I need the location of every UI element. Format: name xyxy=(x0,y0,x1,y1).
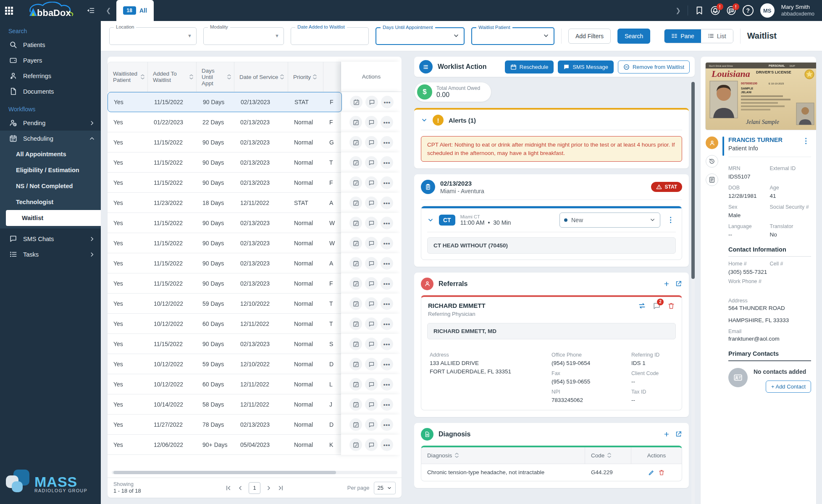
table-row[interactable]: Yes 10/12/2022 60 Days 12/11/2022 Normal… xyxy=(108,374,402,394)
last-page-button[interactable] xyxy=(277,485,284,491)
more-actions-button[interactable]: ••• xyxy=(381,398,393,411)
sort-icon[interactable] xyxy=(227,74,231,80)
edit-appointment-button[interactable] xyxy=(349,116,362,129)
more-actions-button[interactable]: ••• xyxy=(381,96,394,108)
first-page-button[interactable] xyxy=(225,485,232,491)
swap-referrer-button[interactable] xyxy=(638,302,646,310)
edit-appointment-button[interactable] xyxy=(349,418,362,431)
sidebar-collapse-icon[interactable] xyxy=(87,6,95,15)
patient-menu-kebab[interactable]: ⋮ xyxy=(801,136,811,145)
delete-diagnosis-button[interactable] xyxy=(658,469,665,476)
drivers-license-image[interactable]: Don't Drink and Drive PERSONAL DUP Louis… xyxy=(706,63,816,130)
table-row[interactable]: Yes 11/27/2022 78 Days 02/13/2023 Normal… xyxy=(108,415,402,435)
status-select[interactable]: New xyxy=(559,213,660,228)
sidebar-item-all-appointments[interactable]: All Appointments xyxy=(0,146,101,162)
sidebar-item-sms-chats[interactable]: SMS Chats xyxy=(0,231,101,247)
more-actions-button[interactable]: ••• xyxy=(381,378,393,391)
table-row[interactable]: Yes 11/15/2022 90 Days 02/13/2023 Normal… xyxy=(108,233,402,253)
patient-panel-scrollbar-thumb[interactable] xyxy=(722,136,724,156)
date-added-input[interactable]: Date Added to Waitlist xyxy=(291,27,369,45)
table-row[interactable]: Yes 01/22/2023 22 Days 02/13/2023 Normal… xyxy=(108,112,402,132)
table-row[interactable]: Yes 10/14/2022 58 Days 12/11/2022 Normal… xyxy=(108,394,402,415)
table-row[interactable]: Yes 11/15/2022 90 Days 02/13/2023 Normal… xyxy=(108,132,402,152)
chat-button[interactable] xyxy=(365,96,378,108)
chat-button[interactable] xyxy=(365,237,378,249)
notifications-bell-icon[interactable]: ! xyxy=(711,6,720,15)
bookmark-icon[interactable] xyxy=(695,6,704,15)
col-priority[interactable]: Priority xyxy=(288,62,323,92)
edit-appointment-button[interactable] xyxy=(349,438,362,451)
horizontal-scrollbar[interactable] xyxy=(112,471,397,474)
waitlist-patient-select[interactable]: Waitlist Patient xyxy=(471,27,554,45)
table-row[interactable]: Yes 11/15/2022 90 Days 02/13/2023 Normal… xyxy=(108,253,402,273)
more-actions-button[interactable]: ••• xyxy=(381,116,393,129)
more-actions-button[interactable]: ••• xyxy=(381,217,393,229)
diag-col-code[interactable]: Code xyxy=(585,447,631,464)
diagnosis-row[interactable]: Chronic tension-type headache, not intra… xyxy=(421,464,682,481)
table-row[interactable]: Yes 11/15/2022 90 Days 02/13/2023 Normal… xyxy=(108,152,402,173)
procedure-menu-kebab[interactable]: ⋮ xyxy=(665,215,676,224)
table-row[interactable]: Yes 11/15/2022 90 Days 02/13/2023 Normal… xyxy=(108,173,402,193)
sidebar-item-technologist[interactable]: Technologist xyxy=(0,194,101,210)
sort-icon[interactable] xyxy=(607,452,612,458)
prev-page-button[interactable] xyxy=(237,485,244,491)
table-row[interactable]: Yes 11/15/2022 90 Days 02/13/2023 STAT F… xyxy=(108,92,402,112)
more-actions-button[interactable]: ••• xyxy=(381,237,393,249)
help-icon[interactable]: ? xyxy=(743,5,754,16)
edit-appointment-button[interactable] xyxy=(349,358,362,370)
col-waitlisted-patient[interactable]: Waitlisted Patient xyxy=(108,62,148,92)
edit-appointment-button[interactable] xyxy=(349,156,362,169)
tab-all[interactable]: 18 All xyxy=(116,0,154,21)
edit-appointment-button[interactable] xyxy=(349,176,362,189)
sidebar-item-eligibility[interactable]: Eligibility / Estimation xyxy=(0,162,101,178)
edit-appointment-button[interactable] xyxy=(349,277,362,290)
patient-history-button[interactable] xyxy=(706,155,718,168)
sort-icon[interactable] xyxy=(189,74,194,80)
collapse-alerts-chevron[interactable] xyxy=(421,117,428,123)
add-diagnosis-button[interactable]: + xyxy=(664,430,669,438)
open-referrals-button[interactable] xyxy=(675,280,682,287)
sort-icon[interactable] xyxy=(140,74,145,80)
col-added-to-waitlist[interactable]: Added To Waitlist xyxy=(148,62,197,92)
open-diagnosis-button[interactable] xyxy=(675,430,682,438)
chat-button[interactable] xyxy=(365,358,378,370)
patient-name[interactable]: FRANCIS TURNER xyxy=(728,136,783,143)
delete-referrer-button[interactable] xyxy=(667,302,675,310)
tabs-forward-chevron[interactable]: ❯ xyxy=(675,7,681,14)
edit-appointment-button[interactable] xyxy=(349,318,362,330)
table-row[interactable]: Yes 10/12/2022 59 Days 12/10/2022 Normal… xyxy=(108,354,402,374)
edit-appointment-button[interactable] xyxy=(349,297,362,310)
chat-button[interactable] xyxy=(365,378,378,391)
sms-chats-icon[interactable]: ! xyxy=(727,6,736,15)
chat-button[interactable] xyxy=(365,438,378,451)
remove-from-waitlist-button[interactable]: Remove from Waitlist xyxy=(618,60,690,74)
diag-col-diagnosis[interactable]: Diagnosis xyxy=(421,447,585,464)
more-actions-button[interactable]: ••• xyxy=(381,297,393,310)
add-referral-button[interactable]: + xyxy=(664,279,669,288)
scrollbar-thumb[interactable] xyxy=(691,82,695,279)
add-contact-button[interactable]: + Add Contact xyxy=(766,381,811,393)
col-days-until-appt[interactable]: Days Until Appt xyxy=(197,62,234,92)
modality-select[interactable]: Modality▼ xyxy=(203,27,284,45)
chat-button[interactable] xyxy=(365,297,378,310)
more-actions-button[interactable]: ••• xyxy=(381,136,393,149)
more-actions-button[interactable]: ••• xyxy=(381,176,393,189)
sidebar-item-pending[interactable]: Pending xyxy=(0,115,101,131)
view-list-button[interactable]: List xyxy=(701,29,733,43)
sidebar-item-patients[interactable]: Patients xyxy=(0,37,101,52)
days-until-appointment-select[interactable]: Days Until Appointment xyxy=(376,27,465,45)
edit-appointment-button[interactable] xyxy=(349,237,362,249)
view-pane-button[interactable]: Pane xyxy=(664,29,701,43)
search-button[interactable]: Search xyxy=(617,29,650,44)
col-date-of-service[interactable]: Date of Service xyxy=(234,62,288,92)
add-filters-button[interactable]: Add Filters xyxy=(568,29,611,44)
sidebar-item-payers[interactable]: Payers xyxy=(0,52,101,68)
more-actions-button[interactable]: ••• xyxy=(381,257,393,270)
sidebar-item-documents[interactable]: Documents xyxy=(0,84,101,99)
chat-button[interactable] xyxy=(365,197,378,209)
sidebar-item-scheduling[interactable]: Scheduling xyxy=(0,131,101,146)
more-actions-button[interactable]: ••• xyxy=(381,318,393,330)
current-page[interactable]: 1 xyxy=(249,482,260,494)
sidebar-item-referrings[interactable]: Referrings xyxy=(0,68,101,84)
edit-appointment-button[interactable] xyxy=(349,197,362,209)
